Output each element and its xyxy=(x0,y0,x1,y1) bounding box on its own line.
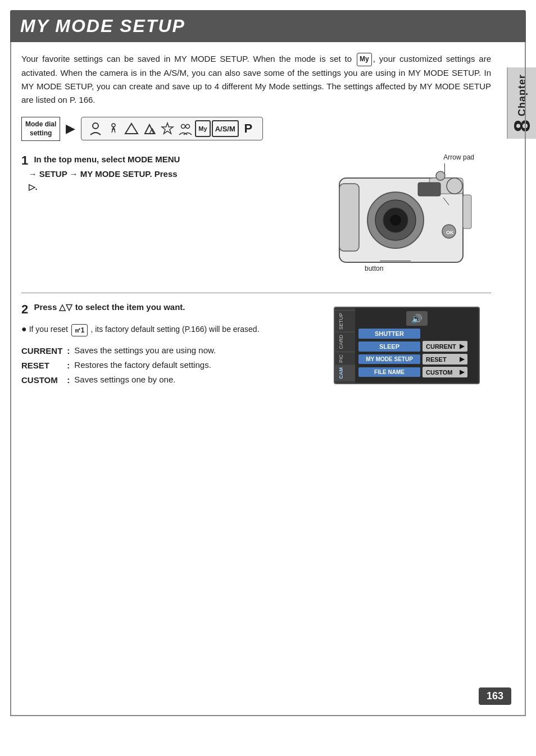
svg-point-1 xyxy=(112,124,115,127)
my-mode-icon: My xyxy=(357,53,372,66)
option-reset-desc: Restores the factory default settings. xyxy=(74,359,324,372)
svg-rect-9 xyxy=(339,184,359,251)
menu-label-sleep: SLEEP xyxy=(358,341,420,352)
portrait-mode-icon xyxy=(87,120,104,137)
speaker-icon: 🔊 xyxy=(406,311,428,326)
svg-text:OK: OK xyxy=(446,230,454,235)
svg-point-0 xyxy=(93,123,98,129)
menu-label-filename: FILE NAME xyxy=(358,367,420,377)
menu-speaker-row: 🔊 xyxy=(358,311,475,326)
button-label: button xyxy=(365,265,383,272)
menu-right-content: 🔊 SHUTTER SLEEP CURRENT▶ xyxy=(355,308,479,383)
page-title: MY MODE SETUP xyxy=(20,16,516,37)
menu-row-mymode: MY MODE SETUP RESET▶ xyxy=(358,354,475,365)
mode-dial-label: Mode dial setting xyxy=(21,117,60,142)
menu-label-mymode: MY MODE SETUP xyxy=(358,354,420,364)
button-line xyxy=(380,261,411,261)
step-2-note: ●If you reset ㎡1 , its factory default s… xyxy=(21,322,324,336)
svg-point-7 xyxy=(186,125,190,129)
step-2-instruction: 2 Press △▽ to select the item you want. xyxy=(21,302,324,317)
mountain-mode-icon xyxy=(141,120,158,137)
menu-value-reset: RESET▶ xyxy=(423,354,467,365)
step-2-left: 2 Press △▽ to select the item you want. … xyxy=(21,302,324,386)
option-current-desc: Saves the settings you are using now. xyxy=(74,344,324,358)
intro-paragraph: Your favorite settings can be saved in M… xyxy=(21,52,491,107)
mode-dial-icons: My A/S/M P xyxy=(81,117,262,140)
steps-area: 1 In the top menu, select MODE MENU → SE… xyxy=(21,153,491,386)
menu-row-filename: FILE NAME CUSTOM▶ xyxy=(358,367,475,377)
svg-marker-2 xyxy=(125,124,138,134)
custom-mode-icon xyxy=(159,120,176,137)
menu-tab-area: SETUP CARD PIC CAM 🔊 xyxy=(335,308,479,383)
step-2-right: SETUP CARD PIC CAM 🔊 xyxy=(334,302,491,386)
mode-dial-row: Mode dial setting ▶ xyxy=(21,117,491,142)
p-mode-icon: P xyxy=(240,120,257,137)
svg-point-15 xyxy=(436,171,445,180)
camera-body-svg: OK xyxy=(334,167,483,279)
page-header: MY MODE SETUP xyxy=(10,10,526,42)
menu-value-current: CURRENT▶ xyxy=(423,341,467,352)
step-1-left: 1 In the top menu, select MODE MENU → SE… xyxy=(21,153,324,277)
option-reset-colon: : xyxy=(67,359,70,372)
menu-label-shutter: SHUTTER xyxy=(358,329,420,339)
option-current-key: CURRENT xyxy=(21,344,62,358)
my-mode-dial-icon: My xyxy=(195,120,210,137)
svg-marker-5 xyxy=(162,123,173,134)
my1-icon: ㎡1 xyxy=(71,324,88,336)
option-custom-colon: : xyxy=(67,374,70,387)
menu-panel: SETUP CARD PIC CAM 🔊 xyxy=(334,307,480,384)
bullet-icon: ● xyxy=(21,324,27,334)
svg-point-16 xyxy=(447,178,462,194)
group-mode-icon xyxy=(177,120,194,137)
svg-point-6 xyxy=(181,125,185,129)
option-custom-desc: Saves settings one by one. xyxy=(74,374,324,387)
option-current-colon: : xyxy=(67,344,70,358)
menu-tab-card: CARD xyxy=(335,332,355,352)
menu-row-sleep: SLEEP CURRENT▶ xyxy=(358,341,475,352)
mode-dial-arrow-icon: ▶ xyxy=(66,121,75,136)
menu-tab-cam: CAM xyxy=(335,365,355,381)
options-grid: CURRENT : Saves the settings you are usi… xyxy=(21,344,324,387)
step-2-number: 2 xyxy=(21,302,28,317)
menu-row-shutter: SHUTTER xyxy=(358,329,475,339)
camera-diagram: Arrow pad xyxy=(334,153,480,277)
step-1-number: 1 xyxy=(21,153,28,168)
landscape-mode-icon xyxy=(123,120,140,137)
option-reset-key: RESET xyxy=(21,359,62,372)
step-divider xyxy=(21,293,491,293)
menu-tab-setup: SETUP xyxy=(335,310,355,332)
asm-mode-icon: A/S/M xyxy=(212,120,239,137)
main-content: Your favorite settings can be saved in M… xyxy=(10,42,526,716)
menu-value-custom: CUSTOM▶ xyxy=(423,367,467,377)
sport-mode-icon xyxy=(105,120,122,137)
svg-rect-19 xyxy=(418,183,440,196)
step-2-text: Press △▽ to select the item you want. xyxy=(34,302,185,312)
option-custom-key: CUSTOM xyxy=(21,374,62,387)
menu-vertical-tabs: SETUP CARD PIC CAM xyxy=(335,308,355,383)
page-number: 163 xyxy=(479,687,511,705)
step-1-right: Arrow pad xyxy=(334,153,491,277)
arrow-pad-label: Arrow pad xyxy=(443,153,474,161)
menu-tab-pic: PIC xyxy=(335,352,355,365)
step-1-container: 1 In the top menu, select MODE MENU → SE… xyxy=(21,153,491,277)
step-1-instruction: In the top menu, select MODE MENU → SETU… xyxy=(21,154,180,192)
svg-point-13 xyxy=(390,215,401,226)
step-2-container: 2 Press △▽ to select the item you want. … xyxy=(21,302,491,386)
svg-rect-20 xyxy=(463,195,471,229)
